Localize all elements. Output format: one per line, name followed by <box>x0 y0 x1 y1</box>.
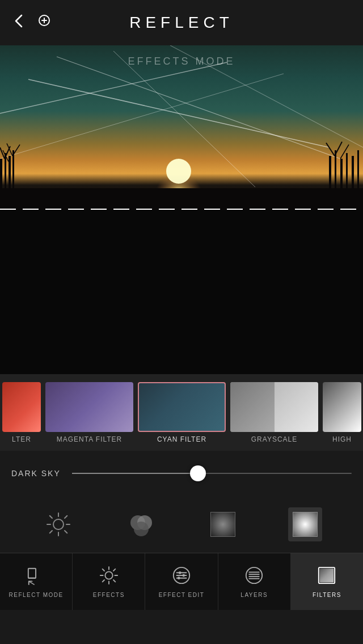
filters-icon <box>317 566 336 587</box>
blend-tool[interactable] <box>124 507 158 541</box>
svg-line-39 <box>65 531 67 533</box>
svg-line-54 <box>113 580 115 582</box>
filter-label-magenta: MAGENTA FILTER <box>57 435 123 443</box>
image-area: EFFECTS MODE <box>0 45 363 374</box>
svg-point-44 <box>134 522 149 536</box>
vignette-dark-tool[interactable] <box>206 507 240 541</box>
vignette-dark-icon <box>210 512 235 537</box>
svg-point-33 <box>53 519 64 529</box>
svg-line-53 <box>102 569 104 570</box>
slider-area: DARK SKY <box>0 451 363 496</box>
nav-item-effects[interactable]: EFFECTS <box>73 553 145 610</box>
nav-label-effects: EFFECTS <box>93 592 125 598</box>
tools-area <box>0 496 363 553</box>
effects-mode-label: EFFECTS MODE <box>128 56 235 67</box>
zoom-button[interactable] <box>37 13 53 32</box>
svg-rect-32 <box>0 210 363 374</box>
svg-point-61 <box>179 571 182 574</box>
app-title: REFLECT <box>129 14 234 32</box>
nav-label-effect-edit: EFFECT EDIT <box>159 592 205 598</box>
effects-icon <box>99 566 119 587</box>
effect-edit-icon <box>172 566 191 587</box>
svg-point-63 <box>178 577 180 579</box>
filter-label-cyan: CYAN FILTER <box>157 435 206 443</box>
svg-rect-45 <box>28 568 35 578</box>
dark-sky-label: DARK SKY <box>11 469 61 478</box>
filter-item-high[interactable]: HIGH <box>323 382 361 443</box>
svg-line-38 <box>49 516 52 518</box>
nav-item-filters[interactable]: FILTERS <box>291 553 363 610</box>
filter-item-cyan[interactable]: CYAN FILTER <box>138 382 226 443</box>
brightness-tool[interactable] <box>41 507 75 541</box>
nav-label-reflect: REFLECT MODE <box>9 592 64 598</box>
svg-rect-70 <box>320 568 334 582</box>
dark-sky-slider[interactable] <box>72 473 352 474</box>
bottom-nav: REFLECT MODE EFFECTS <box>0 553 363 610</box>
filter-carousel: LTER MAGENTA FILTER CYAN FILTER GRAYSCAL… <box>0 374 363 451</box>
filter-label-red: LTER <box>12 435 31 443</box>
nav-label-layers: LAYERS <box>240 592 268 598</box>
svg-rect-30 <box>0 188 363 210</box>
svg-point-48 <box>105 571 112 579</box>
svg-point-64 <box>246 567 262 583</box>
filter-item-grayscale[interactable]: GRAYSCALE <box>230 382 318 443</box>
nav-item-layers[interactable]: LAYERS <box>218 553 291 610</box>
back-button[interactable] <box>11 13 27 33</box>
filter-item-magenta[interactable]: MAGENTA FILTER <box>45 382 133 443</box>
nav-item-effect-edit[interactable]: EFFECT EDIT <box>145 553 218 610</box>
svg-line-56 <box>102 580 104 582</box>
nav-label-filters: FILTERS <box>313 592 341 598</box>
header: REFLECT <box>0 0 363 45</box>
svg-line-40 <box>65 516 67 518</box>
layers-icon <box>244 566 264 587</box>
filter-label-grayscale: GRAYSCALE <box>251 435 297 443</box>
vignette-light-icon <box>293 512 318 537</box>
svg-point-5 <box>166 159 191 184</box>
vignette-light-tool[interactable] <box>288 507 322 541</box>
svg-line-41 <box>49 531 52 533</box>
filter-item-red[interactable]: LTER <box>2 382 41 443</box>
svg-point-62 <box>182 574 185 577</box>
svg-line-55 <box>113 569 115 570</box>
filter-label-high: HIGH <box>332 435 352 443</box>
nav-item-reflect-mode[interactable]: REFLECT MODE <box>0 553 73 610</box>
reflect-mode-icon <box>27 566 46 587</box>
